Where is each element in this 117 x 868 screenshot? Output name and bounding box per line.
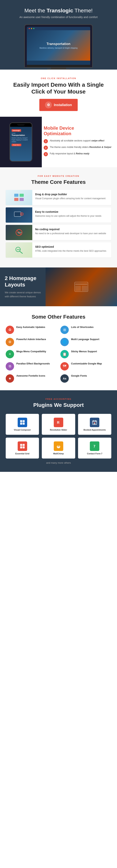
mobile-feature-3-text: Fully responsive layout & Retina ready [50,152,89,155]
hero-subtitle: An awesome user friendly combination of … [4,16,113,19]
plugin-essential-grid: Essential Grid [6,438,39,459]
svg-rect-2 [14,198,18,201]
other-feature-text-1: Lots of Shortcodes [71,326,93,329]
svg-point-36 [59,445,59,446]
other-feature-text-6: Parallax Effect Backgrounds [16,362,50,365]
svg-point-35 [57,445,58,446]
phone-title: Transportation [11,134,30,136]
screen-dot-yellow [31,28,32,29]
svg-text:</>: </> [17,231,22,234]
plugin-cf7-icon: 7 [90,441,99,451]
mobile-feature-1-num: 1 [44,139,48,143]
laptop-foot [47,69,70,69]
other-feature-title-6: Parallax Effect Backgrounds [16,362,50,365]
svg-rect-30 [23,444,25,446]
feature-title-seo: SEO optimized [35,245,106,248]
plugin-vc-icon [18,417,27,427]
svg-rect-20 [23,420,25,422]
easy-updates-icon: ♻ [6,326,14,334]
hero-laptop: Transportation Maritime delivery, transp… [24,24,93,69]
plugin-booked-name: Booked Appointments [84,429,106,431]
googlemap-icon: 🗺 [61,362,69,371]
plugin-contact-form-7: 7 Contact Form 7 [78,438,111,459]
plugin-eg-name: Essential Grid [15,453,30,455]
mobile-feature-1-text: Absolutely all scrollable sections suppo… [50,139,104,143]
feature-title-customize: Easy to customize [35,210,102,213]
feature-img-dragdrop [6,190,32,205]
phone-btn[interactable]: Read More [11,144,21,146]
plugin-booked-icon: 📅 [90,417,99,427]
plugin-mc-name: MailChimp [53,453,64,455]
feature-desc-nocoding: No need to be a professional web develop… [35,232,106,235]
one-click-section: ONE CLICK INSTALLATION Easily Import Dem… [0,69,117,117]
other-features-section: Some Other Features ♻ Easy Automatic Upd… [0,306,117,390]
plugin-visual-composer: Visual Composer [6,414,39,435]
sticky-menus-icon: 📋 [61,350,69,358]
install-icon: ⚙ [45,101,52,108]
feature-img-seo: SEO [6,242,32,257]
core-features-section: FOR EASY WEBSITE CREATION Theme Core Fea… [0,167,117,268]
phone-frame: translogic Ocean Transportation Maritime… [9,122,32,162]
core-features-label: FOR EASY WEBSITE CREATION [6,175,111,177]
feature-desc-seo: HTML code integrated into the theme meet… [35,249,106,253]
other-feature-title-4: Mega Menu Compatibility [16,350,46,353]
phone-body: Maritime delivery, transport freight shi… [11,137,30,143]
features-grid: ♻ Easy Automatic Updates ⊞ Lots of Short… [6,326,111,383]
other-feature-text-2: Powerful Admin Interface [16,338,46,341]
homepage-heading: 2 Homepage Layouts [5,275,41,288]
plugins-section: FREE ACCOUNTING Plugins We Support Visua… [0,390,117,472]
feature-item-dragdrop: Drag & drop page builder Visual Composer… [6,190,111,205]
mobile-feature-2: 2 The theme uses mobile friendly sliders… [44,146,113,150]
feature-text-dragdrop: Drag & drop page builder Visual Composer… [32,190,108,203]
mobile-feature-3-num: 3 [44,152,48,156]
screen-dot-green [33,28,34,29]
laptop-frame: Transportation Maritime delivery, transp… [24,24,93,68]
svg-rect-18 [82,286,87,291]
mobile-content: Mobile Device Optimization 1 Absolutely … [42,120,117,164]
other-feature-title-7: Customizable Google Map [71,362,102,365]
plugins-heading: Plugins We Support [6,402,111,408]
laptop-screen-info: Transportation Maritime delivery, transp… [40,42,77,49]
plugin-cf7-name: Contact Form 7 [87,453,102,455]
megamenu-icon: ≡ [6,350,14,358]
mobile-feature-2-text: The theme uses mobile friendly sliders R… [50,146,112,149]
feature-text-seo: SEO optimized HTML code integrated into … [32,242,109,255]
one-click-heading: Easily Import Demo With a Single Click o… [8,81,109,95]
mobile-feature-3: 3 Fully responsive layout & Retina ready [44,152,113,156]
customize-icon [13,210,25,220]
feature-item-customize: Easy to customize Awesome easy-to-use op… [6,208,111,223]
laptop-screen-title: Transportation [40,42,77,46]
svg-rect-29 [20,444,22,446]
plugin-eg-icon [18,441,27,451]
homepage-text: 2 Homepage Layouts We create several uni… [0,268,46,306]
feature-title-nocoding: No coding required [35,228,106,231]
feature-img-nocoding: </> [6,225,32,240]
feature-img-customize [6,208,32,223]
other-feature-text-8: Awesome Fontello Icons [16,374,45,377]
other-feature-item-9: Aa Google Fonts [61,374,111,383]
plugin-rev-icon: R [54,417,63,427]
homepage-desc: We create several unique demos with diff… [5,291,41,299]
install-button[interactable]: ⚙ Installation [39,99,77,111]
other-feature-title-2: Powerful Admin Interface [16,338,46,341]
other-feature-item-5: 📋 Sticky Menus Support [61,350,111,358]
other-feature-title-3: Multi Language Support [71,338,99,341]
other-feature-text-0: Easy Automatic Updates [16,326,45,329]
hero-section: Meet the Translogic Theme! An awesome us… [0,0,117,69]
feature-desc-customize: Awesome easy-to-use options will adjust … [35,214,102,218]
phone-section: Ocean [11,132,30,134]
other-feature-text-4: Mega Menu Compatibility [16,350,46,353]
mobile-heading: Mobile Device Optimization [44,125,113,136]
fontello-icon: ★ [6,374,14,383]
other-feature-title-8: Awesome Fontello Icons [16,374,45,377]
mobile-section: translogic Ocean Transportation Maritime… [0,117,117,167]
plugins-grid-row2: Essential Grid MailChimp 7 Contact Form [6,438,111,459]
other-feature-title-5: Sticky Menus Support [71,350,97,353]
other-feature-item-7: 🗺 Customizable Google Map [61,362,111,371]
plugin-vc-name: Visual Composer [14,429,31,431]
more-plugins-text: and many more others [6,461,111,464]
svg-text:R: R [57,421,60,425]
svg-rect-1 [20,194,24,197]
other-feature-item-6: ⧉ Parallax Effect Backgrounds [6,362,56,371]
hero-title: Meet the Translogic Theme! [4,8,113,14]
